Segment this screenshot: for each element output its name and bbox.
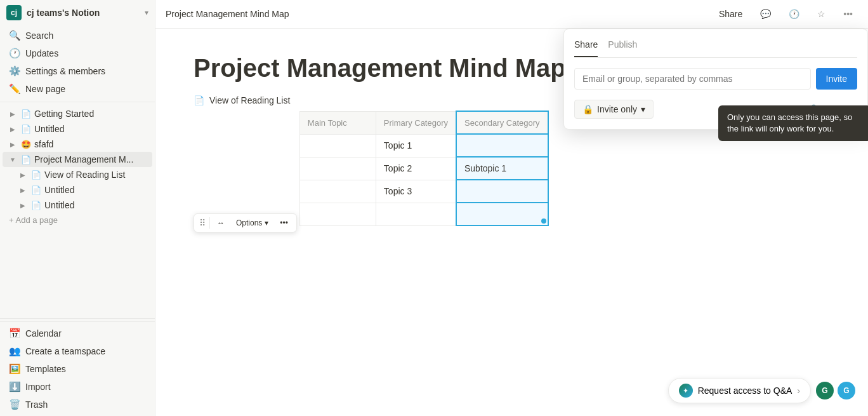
teamspace-icon: 👥 — [9, 346, 20, 357]
options-chevron-icon: ▾ — [265, 218, 268, 227]
new-page-icon: ✏️ — [9, 83, 20, 95]
table-row: Topic 1 — [299, 134, 548, 157]
table-cell-selected[interactable]: Subtopic 1 — [456, 157, 548, 180]
expand-width-button[interactable]: ↔ — [213, 217, 229, 229]
tree-item-project-management[interactable]: ▼ 📄 Project Management M... — [3, 152, 152, 167]
more-options-button[interactable]: ••• — [838, 6, 858, 22]
sidebar-item-new-page[interactable]: ✏️ New page — [3, 80, 152, 98]
sidebar-item-create-teamspace[interactable]: 👥 Create a teamspace — [3, 342, 152, 360]
updates-label: Updates — [25, 48, 58, 58]
db-name: View of Reading List — [209, 95, 290, 105]
sidebar-item-search[interactable]: 🔍 Search — [3, 27, 152, 44]
expand-icon: ↔ — [217, 218, 225, 227]
share-email-input[interactable] — [574, 68, 811, 90]
comments-button[interactable]: 💬 — [755, 6, 776, 22]
settings-label: Settings & members — [25, 66, 105, 76]
sidebar-item-settings[interactable]: ⚙️ Settings & members — [3, 62, 152, 80]
tree-item-label: View of Reading List — [44, 170, 147, 180]
page-icon: 📄 — [30, 184, 42, 196]
tree-item-label: sfafd — [34, 139, 147, 149]
table-cell[interactable] — [376, 203, 456, 225]
page-icon: 📄 — [30, 169, 42, 180]
share-input-row: Invite — [574, 68, 857, 90]
sidebar-item-calendar[interactable]: 📅 Calendar — [3, 325, 152, 342]
options-button[interactable]: Options ▾ — [232, 217, 273, 229]
share-modal: Share Publish Invite 🔒 Invite only ▾ 🔗 C… — [563, 29, 868, 130]
topbar-actions: Share 💬 🕐 ☆ ••• — [714, 6, 858, 22]
share-modal-tabs: Share Publish — [574, 39, 857, 58]
bottom-widget: ✦ Request access to Q&A › G G — [668, 378, 855, 403]
table-cell[interactable] — [299, 157, 376, 180]
table-cell[interactable]: Topic 3 — [376, 180, 456, 203]
table-cell[interactable] — [299, 203, 376, 225]
table-cell[interactable] — [299, 180, 376, 203]
chevron-icon: ▶ — [8, 124, 18, 134]
sidebar-item-trash[interactable]: 🗑️ Trash — [3, 396, 152, 413]
request-access-label: Request access to Q&A — [698, 386, 792, 396]
drag-handle-icon[interactable]: ⠿ — [198, 217, 207, 229]
tree-item-untitled-1[interactable]: ▶ 📄 Untitled — [3, 121, 152, 137]
search-label: Search — [25, 30, 53, 41]
sidebar: cj cj teams's Notion ▾ 🔍 Search 🕐 Update… — [0, 0, 155, 416]
chevron-icon: ▶ — [18, 170, 28, 180]
more-menu-button[interactable]: ••• — [275, 217, 293, 229]
table-cell[interactable]: Topic 2 — [376, 157, 456, 180]
tree-item-getting-started[interactable]: ▶ 📄 Getting Started — [3, 106, 152, 121]
tab-publish[interactable]: Publish — [608, 39, 637, 57]
sidebar-item-import[interactable]: ⬇️ Import — [3, 378, 152, 396]
invite-only-button[interactable]: 🔒 Invite only ▾ — [574, 100, 654, 119]
nav-tree: ▶ 📄 Getting Started ▶ 📄 Untitled ▶ 🤩 sfa… — [0, 105, 155, 316]
table-header-row: Main Topic Primary Category Secondary Ca… — [299, 111, 548, 134]
chevron-icon: ▶ — [18, 185, 28, 195]
sidebar-item-templates[interactable]: 🖼️ Templates — [3, 360, 152, 378]
table-cell[interactable]: Topic 1 — [376, 134, 456, 157]
table-cell-selected[interactable] — [456, 203, 548, 225]
page-icon: 📄 — [20, 108, 32, 119]
table-row: Topic 3 — [299, 180, 548, 203]
table-cell[interactable] — [299, 134, 376, 157]
avatar-1: G — [816, 382, 834, 399]
tree-item-view-reading-list[interactable]: ▶ 📄 View of Reading List — [13, 167, 152, 182]
tab-share[interactable]: Share — [574, 39, 598, 57]
workspace-avatar: cj — [6, 5, 22, 20]
tooltip-text: Only you can access this page, so the li… — [727, 112, 852, 133]
sidebar-bottom: 📅 Calendar 👥 Create a teamspace 🖼️ Templ… — [0, 321, 155, 416]
tree-item-label: Untitled — [44, 200, 147, 210]
page-icon: 📄 — [20, 154, 32, 165]
tree-item-label: Project Management M... — [34, 154, 147, 164]
col-header-main-topic: Main Topic — [299, 111, 376, 134]
sidebar-nav: 🔍 Search 🕐 Updates ⚙️ Settings & members… — [0, 25, 155, 99]
tree-item-label: Getting Started — [34, 109, 147, 119]
table-cell-selected[interactable] — [456, 180, 548, 203]
request-access-button[interactable]: ✦ Request access to Q&A › — [668, 378, 811, 403]
tree-item-untitled-2[interactable]: ▶ 📄 Untitled — [13, 182, 152, 198]
add-page-label: + Add a page — [9, 215, 58, 225]
share-button[interactable]: Share — [714, 6, 747, 22]
updates-icon: 🕐 — [9, 48, 20, 59]
request-icon: ✦ — [679, 384, 693, 398]
calendar-icon: 📅 — [9, 328, 20, 339]
settings-icon: ⚙️ — [9, 65, 20, 77]
favorite-button[interactable]: ☆ — [812, 6, 831, 22]
chevron-icon: ▶ — [8, 139, 18, 149]
workspace-header[interactable]: cj cj teams's Notion ▾ — [0, 0, 155, 25]
create-teamspace-label: Create a teamspace — [25, 346, 105, 356]
bottom-avatars: G G — [816, 382, 855, 399]
history-button[interactable]: 🕐 — [784, 6, 805, 22]
page-icon: 📄 — [20, 123, 32, 135]
page-breadcrumb-title: Project Management Mind Map — [166, 9, 289, 19]
main-content: Project Management Mind Map Share 💬 🕐 ☆ … — [155, 0, 868, 416]
add-page-button[interactable]: + Add a page — [3, 213, 152, 227]
table-cell-selected[interactable] — [456, 134, 548, 157]
trash-icon: 🗑️ — [9, 399, 20, 410]
db-page-icon: 📄 — [194, 95, 204, 105]
col-header-secondary-category: Secondary Category — [456, 111, 548, 134]
avatar-2: G — [838, 382, 855, 399]
tree-item-untitled-3[interactable]: ▶ 📄 Untitled — [13, 198, 152, 213]
invite-button[interactable]: Invite — [816, 68, 857, 90]
tree-item-sfafd[interactable]: ▶ 🤩 sfafd — [3, 137, 152, 152]
more-icon: ••• — [280, 218, 288, 227]
sidebar-item-updates[interactable]: 🕐 Updates — [3, 44, 152, 62]
options-label: Options — [236, 218, 262, 227]
search-icon: 🔍 — [9, 30, 20, 41]
